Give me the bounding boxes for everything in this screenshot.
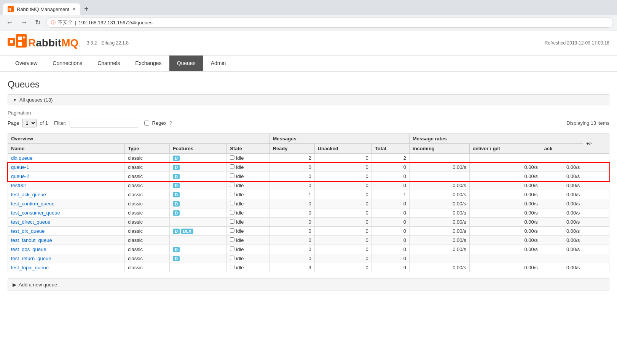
queue-name-link[interactable]: dlx.queue	[11, 155, 32, 161]
new-tab-button[interactable]: +	[80, 3, 92, 15]
back-button[interactable]: ←	[4, 18, 15, 27]
queue-name-link[interactable]: queue-1	[11, 164, 29, 170]
queue-name-cell: test_ack_queue	[8, 190, 125, 199]
logo-text: RabbitMQ.	[28, 37, 81, 49]
queue-type-cell: classic	[125, 227, 170, 236]
add-queue-label: Add a new queue	[19, 282, 57, 288]
table-row: test_topic_queueclassicidle9090.00/s0.00…	[8, 263, 609, 272]
state-checkbox[interactable]	[230, 164, 234, 169]
state-checkbox[interactable]	[230, 192, 234, 196]
queue-name-cell: test_qos_queue	[8, 245, 125, 254]
queue-name-link[interactable]: test_fanout_queue	[11, 237, 52, 243]
queue-ack-cell: 0.00/s	[541, 245, 583, 254]
queue-name-cell: test_return_queue	[8, 254, 125, 263]
queue-name-cell: dlx.queue	[8, 154, 125, 163]
queue-unacked-cell: 0	[314, 245, 371, 254]
feature-badge-d[interactable]: D	[173, 210, 180, 216]
feature-badge-dlx[interactable]: DLX	[181, 229, 193, 234]
queue-name-link[interactable]: test_return_queue	[11, 256, 51, 261]
nav-channels[interactable]: Channels	[90, 56, 128, 71]
state-checkbox[interactable]	[230, 256, 234, 260]
queue-deliver-get-cell: 0.00/s	[469, 172, 541, 181]
queue-type-cell: classic	[125, 218, 170, 227]
add-queue-section[interactable]: ▶ Add a new queue	[8, 278, 609, 291]
rabbitmq-logo-icon	[8, 34, 27, 51]
queue-deliver-get-cell	[469, 254, 541, 263]
queue-table: Overview Messages Message rates +/- Name…	[8, 134, 609, 272]
queue-deliver-get-cell: 0.00/s	[469, 199, 541, 208]
queue-deliver-get-cell: 0.00/s	[469, 263, 541, 272]
feature-badge-d[interactable]: D	[173, 156, 180, 161]
feature-badge-d[interactable]: D	[173, 174, 180, 179]
queue-incoming-cell: 0.00/s	[410, 263, 470, 272]
th-message-rates: Message rates	[410, 134, 583, 144]
filter-input[interactable]	[70, 119, 138, 127]
regex-checkbox[interactable]	[144, 121, 149, 126]
nav-exchanges[interactable]: Exchanges	[128, 56, 169, 71]
state-checkbox[interactable]	[230, 237, 234, 242]
state-checkbox[interactable]	[230, 210, 234, 215]
state-checkbox[interactable]	[230, 155, 234, 160]
feature-badge-d[interactable]: D	[173, 229, 180, 234]
table-row: test_qos_queueclassicD idle0000.00/s0.00…	[8, 245, 609, 254]
feature-badge-d[interactable]: D	[173, 201, 180, 207]
queue-name-link[interactable]: test_direct_queue	[11, 219, 50, 225]
queue-state-cell: idle	[227, 163, 269, 172]
queue-name-link[interactable]: test_qos_queue	[11, 246, 46, 252]
queue-extra-cell	[583, 172, 609, 181]
state-checkbox[interactable]	[230, 228, 234, 233]
pagination-controls: Page 1 of 1 Filter: Regex ?	[8, 119, 172, 127]
address-bar[interactable]: ⓘ 不安全 | 192.168.192.131:15672/#/queues	[46, 17, 613, 28]
state-checkbox[interactable]	[230, 173, 234, 178]
queue-state-cell: idle	[227, 245, 269, 254]
queue-name-cell: test_topic_queue	[8, 263, 125, 272]
feature-badge-d[interactable]: D	[173, 192, 180, 197]
state-checkbox[interactable]	[230, 219, 234, 224]
table-wrapper: Overview Messages Message rates +/- Name…	[8, 134, 609, 272]
queue-state-cell: idle	[227, 227, 269, 236]
queue-name-link[interactable]: test_dlx_queue	[11, 228, 45, 234]
all-queues-section-header[interactable]: ▼ All queues (13)	[8, 94, 609, 105]
queue-name-link[interactable]: test_confirm_queue	[11, 201, 54, 207]
queue-name-link[interactable]: test_ack_queue	[11, 192, 46, 197]
nav-connections[interactable]: Connections	[45, 56, 90, 71]
nav-admin[interactable]: Admin	[203, 56, 234, 71]
state-checkbox[interactable]	[230, 201, 234, 205]
regex-help-button[interactable]: ?	[169, 121, 172, 126]
queue-total-cell: 0	[371, 208, 409, 218]
state-checkbox[interactable]	[230, 246, 234, 251]
queue-total-cell: 0	[371, 199, 409, 208]
th-plus-minus[interactable]: +/-	[583, 134, 609, 154]
section-title: All queues (13)	[19, 97, 53, 103]
queue-incoming-cell: 0.00/s	[410, 190, 470, 199]
queue-name-link[interactable]: test_consumer_queue	[11, 210, 60, 216]
queue-total-cell: 0	[371, 236, 409, 245]
feature-badge-d[interactable]: D	[173, 183, 180, 188]
queue-deliver-get-cell: 0.00/s	[469, 218, 541, 227]
pagination-label: Pagination	[8, 110, 609, 116]
reload-button[interactable]: ↻	[33, 17, 43, 27]
feature-badge-d[interactable]: D	[173, 256, 180, 261]
queue-total-cell: 0	[371, 254, 409, 263]
state-checkbox[interactable]	[230, 265, 234, 269]
of-label: of 1	[40, 120, 48, 126]
nav-overview[interactable]: Overview	[8, 56, 45, 71]
queue-name-link[interactable]: test001	[11, 183, 27, 188]
queue-ready-cell: 0	[269, 181, 314, 190]
th-messages: Messages	[269, 134, 410, 144]
browser-chrome: R RabbitMQ Management × + ← → ↻ ⓘ 不安全 | …	[0, 0, 617, 30]
tab-close-button[interactable]: ×	[72, 6, 76, 13]
feature-badge-d[interactable]: D	[173, 247, 180, 252]
queue-unacked-cell: 0	[314, 218, 371, 227]
queue-ack-cell: 0.00/s	[541, 218, 583, 227]
page-select[interactable]: 1	[22, 119, 37, 127]
queue-state-cell: idle	[227, 208, 269, 218]
queue-ack-cell: 0.00/s	[541, 181, 583, 190]
feature-badge-d[interactable]: D	[173, 165, 180, 170]
state-checkbox[interactable]	[230, 183, 234, 187]
queue-features-cell: D	[170, 254, 227, 263]
queue-name-link[interactable]: test_topic_queue	[11, 265, 49, 270]
queue-name-link[interactable]: queue-2	[11, 173, 29, 179]
forward-button[interactable]: →	[18, 18, 30, 27]
nav-queues[interactable]: Queues	[169, 56, 203, 71]
